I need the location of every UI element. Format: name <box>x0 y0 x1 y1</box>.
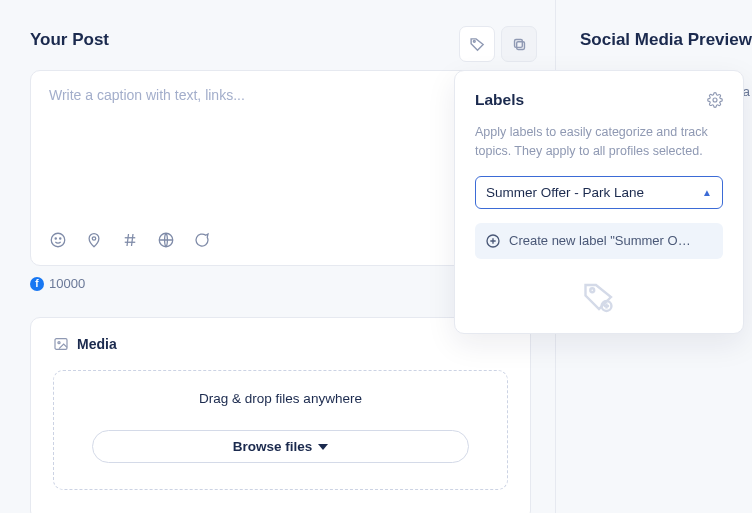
svg-point-13 <box>58 342 60 344</box>
svg-point-3 <box>51 233 65 247</box>
tag-button[interactable] <box>459 26 495 62</box>
preview-heading: Social Media Preview <box>580 30 752 50</box>
tag-add-icon <box>581 279 617 315</box>
svg-rect-12 <box>55 339 67 350</box>
comment-icon[interactable] <box>193 231 211 249</box>
create-label-row[interactable]: Create new label "Summer O… <box>475 223 723 259</box>
location-icon[interactable] <box>85 231 103 249</box>
plus-circle-icon <box>485 233 501 249</box>
gear-icon[interactable] <box>707 92 723 108</box>
post-heading: Your Post <box>30 30 531 50</box>
svg-line-9 <box>127 234 129 246</box>
media-card: Media Drag & drop files anywhere Browse … <box>30 317 531 513</box>
labels-title: Labels <box>475 91 524 109</box>
character-count: f 10000 <box>30 276 85 291</box>
svg-point-6 <box>92 237 95 240</box>
svg-line-10 <box>132 234 134 246</box>
svg-point-4 <box>55 238 56 239</box>
svg-point-14 <box>713 98 717 102</box>
svg-point-18 <box>590 288 594 292</box>
label-select-value: Summer Offer - Park Lane <box>486 185 644 200</box>
svg-rect-1 <box>516 41 524 49</box>
char-count-value: 10000 <box>49 276 85 291</box>
emoji-icon[interactable] <box>49 231 67 249</box>
labels-description: Apply labels to easily categorize and tr… <box>475 123 723 162</box>
copy-button[interactable] <box>501 26 537 62</box>
svg-point-0 <box>473 40 475 42</box>
label-select[interactable]: Summer Offer - Park Lane ▲ <box>475 176 723 209</box>
svg-rect-2 <box>514 39 522 47</box>
facebook-icon: f <box>30 277 44 291</box>
svg-point-5 <box>60 238 61 239</box>
create-label-text: Create new label "Summer O… <box>509 233 691 248</box>
chevron-down-icon <box>318 442 328 452</box>
tag-icon <box>469 36 486 53</box>
image-icon <box>53 336 69 352</box>
browse-files-button[interactable]: Browse files <box>92 430 470 463</box>
drop-text: Drag & drop files anywhere <box>54 391 507 406</box>
browse-files-label: Browse files <box>233 439 313 454</box>
hashtag-icon[interactable] <box>121 231 139 249</box>
caret-up-icon: ▲ <box>702 187 712 198</box>
caption-placeholder: Write a caption with text, links... <box>49 87 512 103</box>
copy-icon <box>511 36 528 53</box>
labels-popover: Labels Apply labels to easily categorize… <box>454 70 744 334</box>
dropzone[interactable]: Drag & drop files anywhere Browse files <box>53 370 508 490</box>
media-heading: Media <box>77 336 117 352</box>
globe-icon[interactable] <box>157 231 175 249</box>
